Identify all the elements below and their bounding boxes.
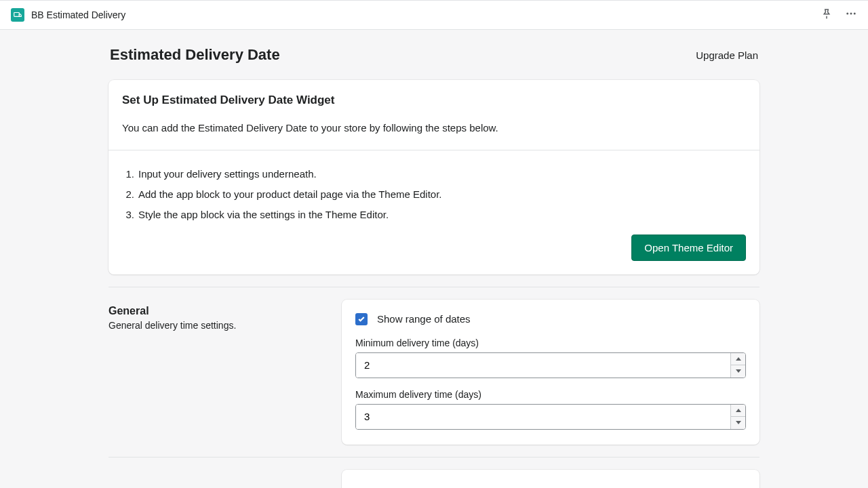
step-text: Add the app block to your product detail… xyxy=(138,188,442,200)
page: Estimated Delivery Date Upgrade Plan Set… xyxy=(108,30,760,488)
next-section xyxy=(108,457,760,489)
general-card: Show range of dates Minimum delivery tim… xyxy=(342,300,760,445)
max-delivery-spinners xyxy=(730,405,745,429)
svg-point-3 xyxy=(854,13,856,15)
topbar-left: BB Estimated Delivery xyxy=(11,8,125,22)
general-section: General General delivery time settings. … xyxy=(108,287,760,445)
min-decrement-button[interactable] xyxy=(731,365,745,378)
min-delivery-input-wrap xyxy=(355,352,746,378)
general-section-content: Show range of dates Minimum delivery tim… xyxy=(342,300,760,445)
next-card xyxy=(342,470,760,489)
max-delivery-field: Maximum delivery time (days) xyxy=(355,389,746,430)
app-title: BB Estimated Delivery xyxy=(31,9,125,20)
setup-step: 2.Add the app block to your product deta… xyxy=(122,184,746,205)
general-subheading: General delivery time settings. xyxy=(108,320,326,331)
setup-step: 1.Input your delivery settings underneat… xyxy=(122,164,746,184)
more-icon[interactable] xyxy=(845,7,857,22)
show-range-label: Show range of dates xyxy=(377,313,471,325)
max-decrement-button[interactable] xyxy=(731,417,745,429)
setup-actions: Open Theme Editor xyxy=(122,235,746,261)
svg-point-1 xyxy=(846,13,848,15)
page-title: Estimated Delivery Date xyxy=(110,46,280,64)
page-header: Estimated Delivery Date Upgrade Plan xyxy=(108,46,760,80)
max-delivery-input[interactable] xyxy=(356,405,730,429)
step-text: Input your delivery settings underneath. xyxy=(138,168,317,180)
upgrade-plan-link[interactable]: Upgrade Plan xyxy=(696,49,758,61)
pin-icon[interactable] xyxy=(821,7,833,22)
general-heading: General xyxy=(108,305,326,317)
main-scroll[interactable]: Estimated Delivery Date Upgrade Plan Set… xyxy=(0,30,868,488)
open-theme-editor-button[interactable]: Open Theme Editor xyxy=(631,235,746,261)
max-delivery-input-wrap xyxy=(355,404,746,430)
show-range-checkbox[interactable] xyxy=(355,313,368,325)
min-delivery-input[interactable] xyxy=(356,353,730,378)
max-increment-button[interactable] xyxy=(731,405,745,418)
min-increment-button[interactable] xyxy=(731,353,745,366)
topbar-actions xyxy=(821,7,857,22)
min-delivery-field: Minimum delivery time (days) xyxy=(355,338,746,378)
max-delivery-label: Maximum delivery time (days) xyxy=(355,389,746,400)
general-section-label: General General delivery time settings. xyxy=(108,300,326,445)
next-section-content xyxy=(342,470,760,489)
min-delivery-spinners xyxy=(730,353,745,378)
setup-description: You can add the Estimated Delivery Date … xyxy=(122,121,746,136)
app-icon xyxy=(11,8,24,22)
svg-point-2 xyxy=(850,13,852,15)
setup-heading: Set Up Estimated Delivery Date Widget xyxy=(122,94,746,107)
setup-step: 3.Style the app block via the settings i… xyxy=(122,205,746,225)
svg-rect-0 xyxy=(14,13,20,17)
step-text: Style the app block via the settings in … xyxy=(138,209,389,220)
min-delivery-label: Minimum delivery time (days) xyxy=(355,338,746,348)
show-range-row: Show range of dates xyxy=(355,313,746,325)
setup-card: Set Up Estimated Delivery Date Widget Yo… xyxy=(108,80,760,274)
topbar: BB Estimated Delivery xyxy=(0,0,868,30)
setup-steps-section: 1.Input your delivery settings underneat… xyxy=(108,150,760,274)
next-section-label xyxy=(108,470,326,489)
setup-steps-list: 1.Input your delivery settings underneat… xyxy=(122,164,746,225)
setup-header-section: Set Up Estimated Delivery Date Widget Yo… xyxy=(108,80,760,150)
